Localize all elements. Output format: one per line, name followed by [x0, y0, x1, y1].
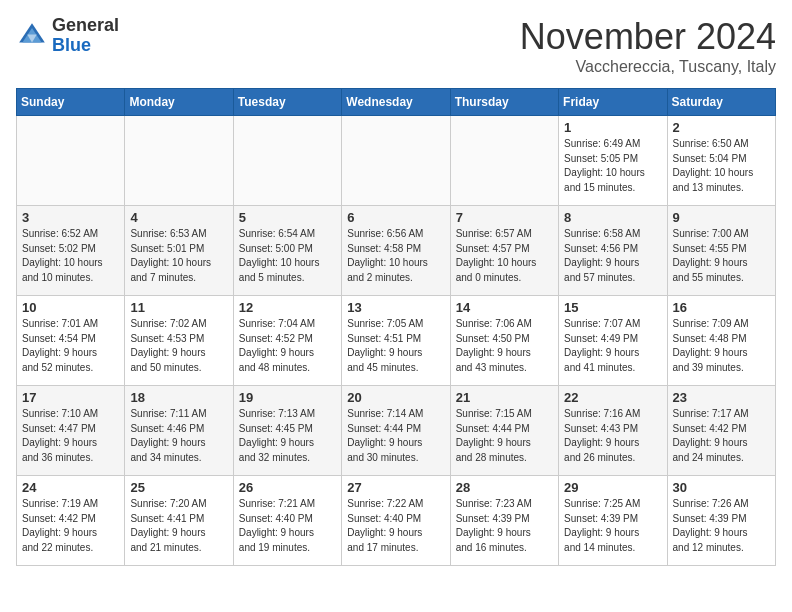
- day-number: 4: [130, 210, 227, 225]
- calendar-cell: 4Sunrise: 6:53 AM Sunset: 5:01 PM Daylig…: [125, 206, 233, 296]
- day-number: 3: [22, 210, 119, 225]
- day-info: Sunrise: 7:21 AM Sunset: 4:40 PM Dayligh…: [239, 497, 336, 555]
- day-info: Sunrise: 7:01 AM Sunset: 4:54 PM Dayligh…: [22, 317, 119, 375]
- day-number: 7: [456, 210, 553, 225]
- day-info: Sunrise: 7:04 AM Sunset: 4:52 PM Dayligh…: [239, 317, 336, 375]
- calendar-cell: 11Sunrise: 7:02 AM Sunset: 4:53 PM Dayli…: [125, 296, 233, 386]
- calendar-cell: 9Sunrise: 7:00 AM Sunset: 4:55 PM Daylig…: [667, 206, 775, 296]
- calendar-cell: 23Sunrise: 7:17 AM Sunset: 4:42 PM Dayli…: [667, 386, 775, 476]
- day-number: 27: [347, 480, 444, 495]
- day-number: 24: [22, 480, 119, 495]
- day-info: Sunrise: 7:05 AM Sunset: 4:51 PM Dayligh…: [347, 317, 444, 375]
- day-info: Sunrise: 6:56 AM Sunset: 4:58 PM Dayligh…: [347, 227, 444, 285]
- weekday-header: Thursday: [450, 89, 558, 116]
- title-block: November 2024 Vacchereccia, Tuscany, Ita…: [520, 16, 776, 76]
- day-info: Sunrise: 7:16 AM Sunset: 4:43 PM Dayligh…: [564, 407, 661, 465]
- weekday-header: Sunday: [17, 89, 125, 116]
- day-number: 25: [130, 480, 227, 495]
- day-number: 30: [673, 480, 770, 495]
- calendar-cell: 3Sunrise: 6:52 AM Sunset: 5:02 PM Daylig…: [17, 206, 125, 296]
- calendar-cell: 14Sunrise: 7:06 AM Sunset: 4:50 PM Dayli…: [450, 296, 558, 386]
- day-number: 26: [239, 480, 336, 495]
- day-number: 20: [347, 390, 444, 405]
- weekday-header: Friday: [559, 89, 667, 116]
- logo-text: General Blue: [52, 16, 119, 56]
- calendar-week-row: 1Sunrise: 6:49 AM Sunset: 5:05 PM Daylig…: [17, 116, 776, 206]
- calendar-cell: 20Sunrise: 7:14 AM Sunset: 4:44 PM Dayli…: [342, 386, 450, 476]
- calendar-table: SundayMondayTuesdayWednesdayThursdayFrid…: [16, 88, 776, 566]
- calendar-cell: 26Sunrise: 7:21 AM Sunset: 4:40 PM Dayli…: [233, 476, 341, 566]
- day-number: 23: [673, 390, 770, 405]
- day-number: 21: [456, 390, 553, 405]
- day-info: Sunrise: 7:09 AM Sunset: 4:48 PM Dayligh…: [673, 317, 770, 375]
- calendar-cell: 1Sunrise: 6:49 AM Sunset: 5:05 PM Daylig…: [559, 116, 667, 206]
- calendar-cell: 19Sunrise: 7:13 AM Sunset: 4:45 PM Dayli…: [233, 386, 341, 476]
- day-number: 2: [673, 120, 770, 135]
- calendar-cell: 17Sunrise: 7:10 AM Sunset: 4:47 PM Dayli…: [17, 386, 125, 476]
- calendar-cell: 28Sunrise: 7:23 AM Sunset: 4:39 PM Dayli…: [450, 476, 558, 566]
- day-info: Sunrise: 6:52 AM Sunset: 5:02 PM Dayligh…: [22, 227, 119, 285]
- day-number: 16: [673, 300, 770, 315]
- day-number: 13: [347, 300, 444, 315]
- day-number: 19: [239, 390, 336, 405]
- calendar-week-row: 3Sunrise: 6:52 AM Sunset: 5:02 PM Daylig…: [17, 206, 776, 296]
- calendar-cell: [233, 116, 341, 206]
- day-info: Sunrise: 7:02 AM Sunset: 4:53 PM Dayligh…: [130, 317, 227, 375]
- day-number: 22: [564, 390, 661, 405]
- calendar-cell: 27Sunrise: 7:22 AM Sunset: 4:40 PM Dayli…: [342, 476, 450, 566]
- day-number: 15: [564, 300, 661, 315]
- calendar-cell: 15Sunrise: 7:07 AM Sunset: 4:49 PM Dayli…: [559, 296, 667, 386]
- day-info: Sunrise: 7:00 AM Sunset: 4:55 PM Dayligh…: [673, 227, 770, 285]
- day-number: 9: [673, 210, 770, 225]
- day-info: Sunrise: 7:15 AM Sunset: 4:44 PM Dayligh…: [456, 407, 553, 465]
- day-number: 10: [22, 300, 119, 315]
- calendar-cell: 8Sunrise: 6:58 AM Sunset: 4:56 PM Daylig…: [559, 206, 667, 296]
- day-number: 28: [456, 480, 553, 495]
- calendar-week-row: 24Sunrise: 7:19 AM Sunset: 4:42 PM Dayli…: [17, 476, 776, 566]
- day-info: Sunrise: 6:54 AM Sunset: 5:00 PM Dayligh…: [239, 227, 336, 285]
- calendar-cell: [17, 116, 125, 206]
- calendar-week-row: 17Sunrise: 7:10 AM Sunset: 4:47 PM Dayli…: [17, 386, 776, 476]
- weekday-header: Wednesday: [342, 89, 450, 116]
- day-info: Sunrise: 6:49 AM Sunset: 5:05 PM Dayligh…: [564, 137, 661, 195]
- day-info: Sunrise: 7:07 AM Sunset: 4:49 PM Dayligh…: [564, 317, 661, 375]
- calendar-cell: 25Sunrise: 7:20 AM Sunset: 4:41 PM Dayli…: [125, 476, 233, 566]
- day-info: Sunrise: 7:13 AM Sunset: 4:45 PM Dayligh…: [239, 407, 336, 465]
- weekday-header: Saturday: [667, 89, 775, 116]
- day-info: Sunrise: 7:26 AM Sunset: 4:39 PM Dayligh…: [673, 497, 770, 555]
- day-info: Sunrise: 6:53 AM Sunset: 5:01 PM Dayligh…: [130, 227, 227, 285]
- day-number: 12: [239, 300, 336, 315]
- day-number: 11: [130, 300, 227, 315]
- calendar-cell: 2Sunrise: 6:50 AM Sunset: 5:04 PM Daylig…: [667, 116, 775, 206]
- day-number: 8: [564, 210, 661, 225]
- day-info: Sunrise: 7:25 AM Sunset: 4:39 PM Dayligh…: [564, 497, 661, 555]
- calendar-cell: 12Sunrise: 7:04 AM Sunset: 4:52 PM Dayli…: [233, 296, 341, 386]
- calendar-cell: [342, 116, 450, 206]
- calendar-cell: [125, 116, 233, 206]
- day-number: 5: [239, 210, 336, 225]
- weekday-header-row: SundayMondayTuesdayWednesdayThursdayFrid…: [17, 89, 776, 116]
- calendar-cell: 16Sunrise: 7:09 AM Sunset: 4:48 PM Dayli…: [667, 296, 775, 386]
- calendar-cell: 6Sunrise: 6:56 AM Sunset: 4:58 PM Daylig…: [342, 206, 450, 296]
- day-info: Sunrise: 7:17 AM Sunset: 4:42 PM Dayligh…: [673, 407, 770, 465]
- day-number: 6: [347, 210, 444, 225]
- day-number: 18: [130, 390, 227, 405]
- logo: General Blue: [16, 16, 119, 56]
- calendar-cell: 21Sunrise: 7:15 AM Sunset: 4:44 PM Dayli…: [450, 386, 558, 476]
- day-number: 29: [564, 480, 661, 495]
- day-info: Sunrise: 7:14 AM Sunset: 4:44 PM Dayligh…: [347, 407, 444, 465]
- calendar-cell: 5Sunrise: 6:54 AM Sunset: 5:00 PM Daylig…: [233, 206, 341, 296]
- day-info: Sunrise: 7:22 AM Sunset: 4:40 PM Dayligh…: [347, 497, 444, 555]
- location-subtitle: Vacchereccia, Tuscany, Italy: [520, 58, 776, 76]
- day-info: Sunrise: 7:10 AM Sunset: 4:47 PM Dayligh…: [22, 407, 119, 465]
- day-info: Sunrise: 7:11 AM Sunset: 4:46 PM Dayligh…: [130, 407, 227, 465]
- day-info: Sunrise: 7:19 AM Sunset: 4:42 PM Dayligh…: [22, 497, 119, 555]
- calendar-cell: 30Sunrise: 7:26 AM Sunset: 4:39 PM Dayli…: [667, 476, 775, 566]
- day-info: Sunrise: 6:50 AM Sunset: 5:04 PM Dayligh…: [673, 137, 770, 195]
- day-info: Sunrise: 7:23 AM Sunset: 4:39 PM Dayligh…: [456, 497, 553, 555]
- day-info: Sunrise: 7:20 AM Sunset: 4:41 PM Dayligh…: [130, 497, 227, 555]
- day-info: Sunrise: 7:06 AM Sunset: 4:50 PM Dayligh…: [456, 317, 553, 375]
- calendar-cell: [450, 116, 558, 206]
- calendar-week-row: 10Sunrise: 7:01 AM Sunset: 4:54 PM Dayli…: [17, 296, 776, 386]
- month-title: November 2024: [520, 16, 776, 58]
